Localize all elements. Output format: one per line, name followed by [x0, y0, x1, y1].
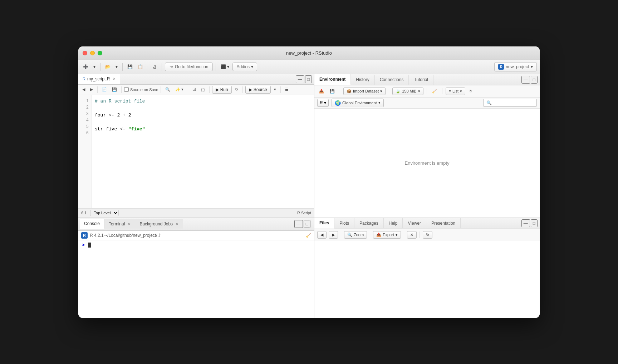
tab-presentation[interactable]: Presentation: [426, 218, 461, 228]
tab-tutorial[interactable]: Tutorial: [409, 75, 433, 85]
import-dataset-label: Import Dataset: [353, 89, 379, 93]
spellcheck-button[interactable]: ✨ ▾: [173, 86, 185, 93]
export-arrow-icon: ▾: [396, 233, 398, 237]
export-button[interactable]: 📤 Export ▾: [373, 231, 401, 239]
global-env-icon: 🌍: [335, 100, 341, 106]
chunk-button[interactable]: { }: [199, 86, 206, 93]
ed-sep-2: [121, 86, 122, 93]
env-maximize-button[interactable]: □: [531, 76, 538, 84]
files-tab-bar: Files Plots Packages Help Viewer: [314, 218, 540, 229]
close-button[interactable]: [83, 51, 87, 55]
nav-back-button[interactable]: ◀: [317, 231, 327, 239]
save-editor-button[interactable]: 💾: [110, 86, 119, 93]
terminal-close-icon[interactable]: ✕: [128, 222, 131, 226]
separator-3: [148, 63, 148, 71]
files-content: [314, 241, 540, 318]
clear-plot-button[interactable]: ✕: [407, 231, 417, 239]
source-on-save-checkbox[interactable]: [124, 87, 129, 92]
console-content[interactable]: >: [78, 240, 314, 318]
env-save-button[interactable]: 💾: [328, 88, 337, 95]
tab-background-jobs[interactable]: Background Jobs ✕: [135, 219, 183, 229]
source-dropdown[interactable]: ▾: [272, 86, 278, 93]
source-arrow-icon: ▾: [274, 87, 276, 92]
new-script-dropdown[interactable]: ▾: [92, 63, 97, 70]
run-button[interactable]: ▶ Run: [212, 86, 232, 94]
import-dataset-button[interactable]: 📦 Import Dataset ▾: [343, 88, 386, 95]
r-env-select[interactable]: R ▾: [317, 99, 329, 107]
minimize-button[interactable]: [90, 51, 95, 55]
editor-status-bar: 6:1 Top Level R Script: [78, 208, 314, 218]
env-save-icon: 💾: [330, 89, 335, 94]
open-button[interactable]: 📂: [103, 63, 112, 70]
search-editor-button[interactable]: 🔍: [163, 86, 172, 93]
editor-maximize-button[interactable]: □: [305, 75, 312, 83]
addins-button[interactable]: Addins ▾: [232, 63, 257, 71]
workspace-dropdown[interactable]: ⬛ ▾: [219, 63, 231, 70]
ed-sep-1: [97, 86, 98, 93]
save-icon: 💾: [127, 64, 133, 69]
env-content: Environment is empty: [314, 109, 540, 218]
console-clear-icon[interactable]: 🧹: [306, 233, 311, 238]
print-icon: 🖨: [153, 64, 157, 69]
code-line-2: [95, 105, 311, 112]
tab-connections[interactable]: Connections: [375, 75, 409, 85]
code-editor[interactable]: 1 2 3 4 5 6 # an R script file four <- 2…: [78, 95, 314, 208]
packages-tab-label: Packages: [359, 221, 378, 226]
check-button[interactable]: ☑: [191, 86, 198, 93]
tab-history[interactable]: History: [351, 75, 374, 85]
r-env-label: R: [320, 100, 323, 105]
broom-button[interactable]: 🧹: [430, 88, 439, 95]
tab-environment[interactable]: Environment: [314, 74, 351, 85]
env-tab-bar: Environment History Connections Tutorial…: [314, 74, 540, 85]
background-jobs-close-icon[interactable]: ✕: [176, 222, 178, 226]
back-button[interactable]: ◀: [80, 86, 87, 93]
tab-files[interactable]: Files: [314, 218, 334, 229]
nav-forward-button[interactable]: ▶: [329, 231, 338, 239]
tab-plots[interactable]: Plots: [334, 218, 354, 228]
env-minimize-button[interactable]: —: [521, 76, 530, 84]
files-minimize-button[interactable]: —: [521, 219, 530, 227]
tab-help[interactable]: Help: [384, 218, 403, 228]
files-refresh-icon: ↻: [426, 233, 429, 237]
tab-my-script[interactable]: R my_script.R ✕: [78, 74, 120, 84]
source-button[interactable]: ▶ Source: [245, 86, 271, 94]
save-all-button[interactable]: 📋: [136, 63, 145, 70]
tab-packages[interactable]: Packages: [354, 218, 384, 228]
zoom-button[interactable]: 🔍 Zoom: [344, 231, 367, 239]
left-panel: R my_script.R ✕ — □ ◀ ▶: [78, 74, 314, 318]
env-search-input[interactable]: [483, 99, 537, 107]
console-minimize-button[interactable]: —: [294, 220, 303, 228]
tab-terminal[interactable]: Terminal ✕: [104, 219, 135, 229]
env-sep-2: [389, 88, 389, 94]
tab-viewer[interactable]: Viewer: [403, 218, 426, 228]
editor-minimize-button[interactable]: —: [296, 75, 304, 83]
tab-console[interactable]: Console: [80, 219, 104, 229]
goto-button[interactable]: ➜ Go to file/function: [165, 63, 213, 71]
env-pane-actions: — □: [519, 76, 540, 84]
show-in-folder-button[interactable]: 📄: [100, 86, 109, 93]
hamburger-button[interactable]: ☰: [283, 86, 290, 93]
editor-tab-bar: R my_script.R ✕ — □: [78, 74, 314, 85]
editor-toolbar: ◀ ▶ 📄 💾 Source on Save: [78, 85, 314, 95]
open-dropdown[interactable]: ▾: [114, 63, 119, 70]
rerun-button[interactable]: ↻: [233, 86, 240, 93]
top-level-dropdown[interactable]: Top Level: [90, 210, 119, 216]
console-cursor: [88, 243, 91, 248]
env-refresh-button[interactable]: ↻: [467, 88, 474, 95]
files-maximize-button[interactable]: □: [531, 219, 538, 227]
save-button[interactable]: 💾: [126, 63, 134, 70]
files-refresh-button[interactable]: ↻: [423, 231, 432, 239]
global-env-button[interactable]: 🌍 Global Environment ▾: [332, 99, 384, 107]
files-pane: Files Plots Packages Help Viewer: [314, 218, 540, 318]
project-button[interactable]: R new_project ▾: [494, 62, 537, 71]
tab-close-icon[interactable]: ✕: [113, 77, 116, 81]
env-load-button[interactable]: 📥: [317, 88, 326, 95]
list-view-button[interactable]: ≡ List ▾: [446, 88, 466, 95]
code-content[interactable]: # an R script file four <- 2 + 2 str_fiv…: [92, 95, 314, 208]
new-script-button[interactable]: ➕: [81, 63, 90, 70]
console-maximize-button[interactable]: □: [304, 220, 310, 228]
maximize-button[interactable]: [98, 51, 102, 55]
print-button[interactable]: 🖨: [151, 63, 159, 70]
memory-button[interactable]: 🍃 150 MiB ▾: [392, 88, 423, 95]
forward-button[interactable]: ▶: [88, 86, 95, 93]
